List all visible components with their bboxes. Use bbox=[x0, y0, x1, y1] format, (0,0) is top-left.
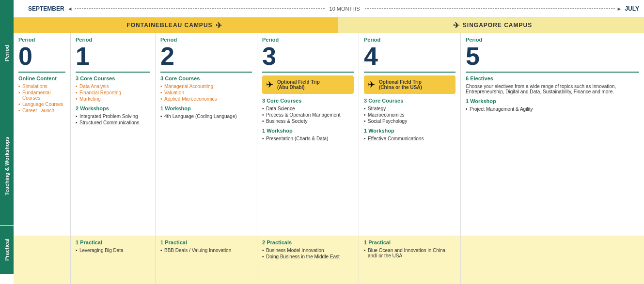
workshop-list-1: Integrated Problem Solving Structured Co… bbox=[76, 114, 150, 125]
workshop-section-4: 1 Workshop Effective Communications bbox=[364, 128, 456, 141]
course-list-3: Data Science Process & Operation Managem… bbox=[262, 106, 354, 124]
list-item: Project Management & Agility bbox=[466, 106, 639, 112]
course-list-1: Data Analysis Financial Reporting Market… bbox=[76, 84, 150, 102]
workshop-title-5: 1 Workshop bbox=[466, 98, 639, 104]
workshop-title-3: 1 Workshop bbox=[262, 128, 354, 134]
list-item: Macroeconomics bbox=[364, 112, 456, 118]
workshop-title-1: 2 Workshops bbox=[76, 105, 150, 111]
plane-icon-trip-4: ✈ bbox=[368, 79, 375, 90]
ten-months-label: 10 MONTHS bbox=[327, 6, 363, 12]
list-item: Leveraging Big Data bbox=[76, 248, 150, 253]
course-list-2: Managerial Accounting Valuation Applied … bbox=[160, 84, 252, 102]
singapore-campus: ✈ SINGAPORE CAMPUS bbox=[338, 17, 644, 33]
teaching-section-4: Period 4 ✈ Optional Field Trip(China or … bbox=[359, 33, 460, 236]
practical-title-1: 1 Practical bbox=[76, 239, 150, 245]
list-item: Marketing bbox=[76, 96, 150, 102]
period-col-2: Period 2 3 Core Courses Managerial Accou… bbox=[156, 33, 257, 284]
period-col-4: Period 4 ✈ Optional Field Trip(China or … bbox=[359, 33, 461, 284]
list-item: BBB Deals / Valuing Innovation bbox=[160, 248, 252, 253]
list-item: Valuation bbox=[160, 90, 252, 95]
workshop-section-1: 2 Workshops Integrated Problem Solving S… bbox=[76, 105, 150, 125]
trip-text-4: Optional Field Trip(China or the USA) bbox=[379, 79, 422, 90]
content-area: SEPTEMBER ◄ 10 MONTHS ► JULY FONTAINEBLE… bbox=[14, 0, 644, 284]
practical-list-3: Business Model Innovation Doing Business… bbox=[262, 248, 354, 259]
period-col-0: Period 0 Online Content Simulations Fund… bbox=[14, 33, 71, 284]
workshop-section-5: 1 Workshop Project Management & Agility bbox=[466, 98, 639, 112]
practical-section-5 bbox=[461, 236, 644, 284]
workshop-list-2: 4th Language (Coding Language) bbox=[160, 114, 252, 119]
practical-title-3: 2 Practicals bbox=[262, 239, 354, 245]
period-number-3: 3 bbox=[262, 44, 354, 69]
plane-icon-fontainebleau: ✈ bbox=[216, 21, 222, 30]
top-header: SEPTEMBER ◄ 10 MONTHS ► JULY bbox=[14, 0, 644, 17]
plane-icon-singapore: ✈ bbox=[453, 21, 460, 30]
practical-section-1: 1 Practical Leveraging Big Data bbox=[71, 236, 155, 284]
practical-title-2: 1 Practical bbox=[160, 239, 252, 245]
list-item: Fundamental Courses bbox=[18, 90, 65, 101]
list-item: Managerial Accounting bbox=[160, 84, 252, 89]
optional-field-trip-3: ✈ Optional Field Trip(Abu Dhabi) bbox=[262, 75, 354, 94]
july-label: JULY bbox=[625, 5, 639, 12]
list-item: Business Model Innovation bbox=[262, 248, 354, 253]
arrow-right-icon: ► bbox=[617, 6, 622, 12]
list-item: Doing Business in the Middle East bbox=[262, 254, 354, 259]
workshop-title-2: 1 Workshop bbox=[160, 105, 252, 111]
workshop-title-4: 1 Workshop bbox=[364, 128, 456, 134]
list-item: Blue Ocean and Innovation in China and/ … bbox=[364, 248, 456, 258]
list-item: 4th Language (Coding Language) bbox=[160, 114, 252, 119]
period-number-0: 0 bbox=[18, 44, 65, 69]
workshop-list-3: Presentation (Charts & Data) bbox=[262, 136, 354, 141]
sidebar-teaching-label: Teaching & Workshops bbox=[0, 106, 14, 226]
period-col-1: Period 1 3 Core Courses Data Analysis Fi… bbox=[71, 33, 156, 284]
practical-list-4: Blue Ocean and Innovation in China and/ … bbox=[364, 248, 456, 258]
list-item: Simulations bbox=[18, 84, 65, 89]
list-item: Data Science bbox=[262, 106, 354, 111]
list-item: Strategy bbox=[364, 106, 456, 111]
arrow-left-icon: ◄ bbox=[67, 6, 73, 12]
period-col-5: Period 5 6 Electives Choose your electiv… bbox=[461, 33, 644, 284]
workshop-section-2: 1 Workshop 4th Language (Coding Language… bbox=[160, 105, 252, 119]
period-number-4: 4 bbox=[364, 44, 456, 69]
sidebar: Period Teaching & Workshops Practical bbox=[0, 0, 14, 284]
list-item: Language Courses bbox=[18, 102, 65, 107]
list-item: Data Analysis bbox=[76, 84, 150, 89]
sidebar-period-label: Period bbox=[0, 0, 14, 106]
period-col-3: Period 3 ✈ Optional Field Trip(Abu Dhabi… bbox=[257, 33, 359, 284]
course-list-0: Simulations Fundamental Courses Language… bbox=[18, 84, 65, 113]
list-item: Process & Operation Management bbox=[262, 112, 354, 118]
workshop-list-5: Project Management & Agility bbox=[466, 106, 639, 112]
sidebar-practical-label: Practical bbox=[0, 226, 14, 274]
optional-field-trip-4: ✈ Optional Field Trip(China or the USA) bbox=[364, 75, 456, 94]
list-item: Effective Communications bbox=[364, 136, 456, 141]
september-label: SEPTEMBER bbox=[18, 5, 64, 12]
campus-header: FONTAINEBLEAU CAMPUS ✈ ✈ SINGAPORE CAMPU… bbox=[14, 17, 644, 33]
course-title-2: 3 Core Courses bbox=[160, 75, 252, 81]
list-item: Career Launch bbox=[18, 108, 65, 113]
practical-list-1: Leveraging Big Data bbox=[76, 248, 150, 253]
teaching-section-2: Period 2 3 Core Courses Managerial Accou… bbox=[156, 33, 257, 236]
course-title-5: 6 Electives bbox=[466, 75, 639, 81]
fontainebleau-campus: FONTAINEBLEAU CAMPUS ✈ bbox=[14, 17, 338, 33]
list-item: Integrated Problem Solving bbox=[76, 114, 150, 119]
trip-text-3: Optional Field Trip(Abu Dhabi) bbox=[277, 79, 320, 90]
teaching-section-5: Period 5 6 Electives Choose your electiv… bbox=[461, 33, 644, 236]
list-item: Social Psychology bbox=[364, 119, 456, 124]
practical-section-0 bbox=[14, 236, 70, 284]
period-number-2: 2 bbox=[160, 44, 252, 69]
period-number-1: 1 bbox=[76, 44, 150, 69]
workshop-list-4: Effective Communications bbox=[364, 136, 456, 141]
practical-title-4: 1 Practical bbox=[364, 239, 456, 245]
course-title-1: 3 Core Courses bbox=[76, 75, 150, 81]
practical-section-2: 1 Practical BBB Deals / Valuing Innovati… bbox=[156, 236, 257, 284]
list-item: Business & Society bbox=[262, 119, 354, 124]
teaching-section-1: Period 1 3 Core Courses Data Analysis Fi… bbox=[71, 33, 155, 236]
list-item: Financial Reporting bbox=[76, 90, 150, 95]
period-number-5: 5 bbox=[466, 44, 639, 69]
teaching-section-0: Period 0 Online Content Simulations Fund… bbox=[14, 33, 70, 236]
practical-section-4: 1 Practical Blue Ocean and Innovation in… bbox=[359, 236, 460, 284]
electives-description-5: Choose your electives from a wide range … bbox=[466, 84, 639, 94]
course-title-3: 3 Core Courses bbox=[262, 98, 354, 104]
list-item: Applied Microeconomics bbox=[160, 96, 252, 102]
plane-icon-trip-3: ✈ bbox=[266, 79, 273, 90]
course-title-0: Online Content bbox=[18, 75, 65, 81]
